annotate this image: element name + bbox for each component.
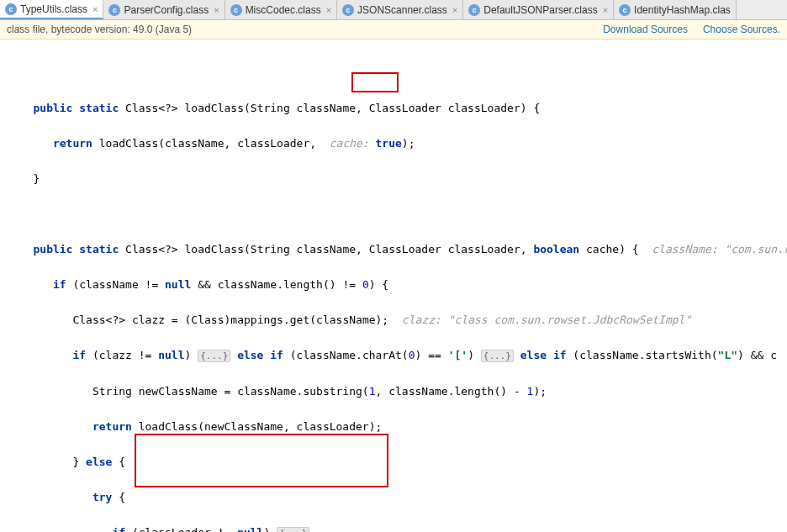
tab-defaultjsonparser[interactable]: c DefaultJSONParser.class × xyxy=(463,0,614,19)
choose-sources-link[interactable]: Choose Sources. xyxy=(703,24,780,35)
tab-label: IdentityHashMap.clas xyxy=(634,4,731,16)
tab-label: TypeUtils.class xyxy=(20,3,87,15)
class-file-icon: c xyxy=(468,4,480,16)
close-icon[interactable]: × xyxy=(214,5,219,15)
info-links: Download Sources Choose Sources. xyxy=(603,24,780,35)
info-bar: class file, bytecode version: 49.0 (Java… xyxy=(0,20,787,40)
bytecode-version-label: class file, bytecode version: 49.0 (Java… xyxy=(7,24,192,35)
editor-tabs: c TypeUtils.class × c ParserConfig.class… xyxy=(0,0,787,20)
tab-typeutils[interactable]: c TypeUtils.class × xyxy=(0,0,103,19)
close-icon[interactable]: × xyxy=(92,4,98,14)
class-file-icon: c xyxy=(619,4,631,16)
tab-identityhashmap[interactable]: c IdentityHashMap.clas xyxy=(614,0,737,19)
class-file-icon: c xyxy=(108,4,120,16)
tab-label: DefaultJSONParser.class xyxy=(483,4,597,16)
tab-parserconfig[interactable]: c ParserConfig.class × xyxy=(103,0,224,19)
fold-marker[interactable]: {...} xyxy=(481,350,514,362)
class-file-icon: c xyxy=(342,4,354,16)
close-icon[interactable]: × xyxy=(326,5,331,15)
tab-jsonscanner[interactable]: c JSONScanner.class × xyxy=(337,0,463,19)
download-sources-link[interactable]: Download Sources xyxy=(603,24,688,35)
fold-marker[interactable]: {...} xyxy=(198,350,230,362)
tab-label: MiscCodec.class xyxy=(246,4,321,16)
source-editor[interactable]: public static Class<?> loadClass(String … xyxy=(0,40,787,532)
tab-label: JSONScanner.class xyxy=(357,4,447,16)
close-icon[interactable]: × xyxy=(452,5,457,15)
close-icon[interactable]: × xyxy=(603,5,608,15)
tab-label: ParserConfig.class xyxy=(124,4,209,16)
fold-marker[interactable]: {...} xyxy=(277,527,309,532)
class-file-icon: c xyxy=(230,4,242,16)
tab-misccodec[interactable]: c MiscCodec.class × xyxy=(225,0,337,19)
class-file-icon: c xyxy=(5,3,17,15)
